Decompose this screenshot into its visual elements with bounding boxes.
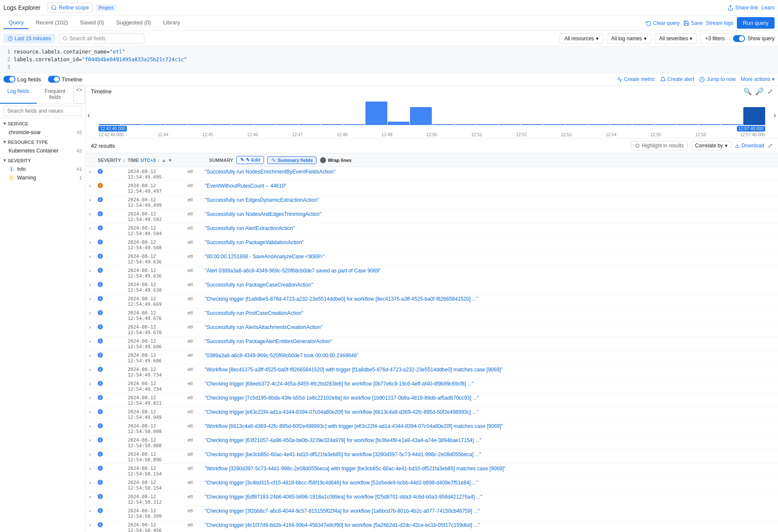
table-row[interactable]: › i 2024-08-12 12:54:49.821 etl "Checkin… [86, 393, 778, 407]
chart-bar[interactable] [699, 124, 721, 125]
table-row[interactable]: › i 2024-08-12 12:54:50.399 etl "Checkin… [86, 506, 778, 520]
row-expand-icon[interactable]: › [89, 380, 98, 387]
zoom-in-icon[interactable]: 🔍 [743, 87, 752, 96]
chart-bar[interactable] [188, 124, 209, 125]
row-expand-icon[interactable]: › [89, 182, 98, 189]
search-input[interactable]: Search all fields [59, 33, 144, 44]
row-expand-icon[interactable]: › [89, 352, 98, 359]
chart-bar[interactable] [210, 124, 232, 125]
row-expand-icon[interactable]: › [89, 479, 98, 486]
table-row[interactable]: › i 2024-08-12 12:54:49.638 etl "Success… [86, 280, 778, 294]
table-row[interactable]: › i 2024-08-12 12:54:49.504 etl "Success… [86, 224, 778, 238]
download-button[interactable]: Download [735, 143, 764, 149]
row-expand-icon[interactable]: › [89, 436, 98, 443]
chart-bar[interactable] [455, 124, 476, 125]
chart-nav-right[interactable]: › [773, 110, 776, 120]
table-row[interactable]: › i 2024-08-12 12:54:49.499 etl "Success… [86, 195, 778, 209]
table-row[interactable]: › i 2024-08-12 12:54:49.502 etl "Success… [86, 209, 778, 224]
chart-bar[interactable] [677, 124, 699, 125]
table-row[interactable]: › i 2024-08-12 12:54:50.008 etl "Checkin… [86, 436, 778, 450]
row-expand-icon[interactable]: › [89, 338, 98, 344]
chart-bar[interactable] [432, 124, 454, 125]
create-alert-button[interactable]: Create alert [660, 76, 694, 82]
show-query-toggle[interactable]: Show query [733, 35, 775, 42]
time-up-icon[interactable]: ▲ [162, 158, 166, 163]
table-row[interactable]: › i 2024-08-12 12:54:49.678 etl "Success… [86, 323, 778, 337]
tab-library[interactable]: Library [158, 17, 186, 29]
expand-timeline-icon[interactable]: ⤢ [767, 87, 773, 96]
row-expand-icon[interactable]: › [89, 196, 98, 203]
query-editor[interactable]: 1 resource.labels.container_name="etl" 2… [0, 46, 778, 73]
severity-sort-icon[interactable]: ↕ [123, 158, 125, 163]
chart-bar[interactable] [343, 124, 365, 125]
log-fields-toggle[interactable]: Log fields [3, 76, 41, 83]
time-sort-icon[interactable]: ↕ [157, 158, 160, 163]
chart-bar[interactable] [655, 124, 676, 125]
chart-bar[interactable] [721, 124, 743, 125]
table-row[interactable]: › i 2024-08-12 12:54:50.008 etl "Workflo… [86, 421, 778, 436]
save-button[interactable]: Save [683, 20, 703, 26]
chart-bar[interactable] [321, 124, 343, 125]
table-row[interactable]: › i 2024-08-12 12:54:49.636 etl "00:00:0… [86, 252, 778, 266]
table-row[interactable]: › i 2024-08-12 12:54:49.734 etl "Workflo… [86, 365, 778, 379]
chart-bar[interactable] [276, 124, 298, 125]
table-row[interactable]: › i 2024-08-12 12:54:49.669 etl "Checkin… [86, 294, 778, 308]
more-actions-button[interactable]: More actions ▾ [741, 76, 775, 82]
code-toggle-button[interactable]: <> [73, 86, 85, 104]
edit-columns-button[interactable]: ✎✎ Edit [236, 156, 264, 164]
chart-bar[interactable] [299, 124, 320, 125]
chart-bar[interactable] [543, 124, 565, 125]
time-range-button[interactable]: Last 15 minutes [3, 34, 55, 43]
chart-bar[interactable] [632, 124, 654, 125]
plus-filters-button[interactable]: +3 filters [700, 33, 730, 44]
row-expand-icon[interactable]: › [89, 323, 98, 330]
table-row[interactable]: › ! 2024-08-12 12:54:49.497 etl "EventWi… [86, 181, 778, 195]
chart-bar[interactable] [610, 124, 632, 125]
chart-bar[interactable] [521, 124, 543, 125]
clear-query-button[interactable]: Clear query [646, 20, 680, 26]
time-down-icon[interactable]: ▼ [168, 158, 173, 163]
share-link-button[interactable]: Share link [727, 5, 758, 11]
resource-type-section-header[interactable]: ▾ RESOURCE TYPE [0, 137, 85, 146]
summary-fields-button[interactable]: Summary fields [267, 156, 317, 164]
table-row[interactable]: › i 2024-08-12 12:54:49.734 etl "Checkin… [86, 379, 778, 393]
left-tab-frequent-fields[interactable]: Frequent fields [37, 86, 74, 104]
row-expand-icon[interactable]: › [89, 521, 98, 528]
row-expand-icon[interactable]: › [89, 224, 98, 231]
severity-section-header[interactable]: ▾ SEVERITY [0, 155, 85, 165]
service-section-header[interactable]: ▾ SERVICE [0, 118, 85, 128]
chart-nav-left[interactable]: ‹ [87, 110, 90, 120]
table-row[interactable]: › i 2024-08-12 12:54:49.636 etl "Alert 0… [86, 266, 778, 280]
tab-saved[interactable]: Saved (0) [75, 17, 109, 29]
all-resources-dropdown[interactable]: All resources ▾ [560, 33, 603, 44]
table-row[interactable]: › i 2024-08-12 12:54:49.676 etl "Success… [86, 308, 778, 323]
table-row[interactable]: › i 2024-08-12 12:54:50.154 etl "Workflo… [86, 464, 778, 478]
timeline-toggle[interactable]: Timeline [48, 76, 83, 83]
row-expand-icon[interactable]: › [89, 408, 98, 415]
table-row[interactable]: › i 2024-08-12 12:54:50.312 etl "Checkin… [86, 492, 778, 506]
table-row[interactable]: › i 2024-08-12 12:54:50.456 etl "Checkin… [86, 520, 778, 532]
row-expand-icon[interactable]: › [89, 239, 98, 245]
chart-bar[interactable] [99, 124, 120, 125]
stream-logs-button[interactable]: Stream logs [706, 20, 733, 26]
create-metric-button[interactable]: Create metric [617, 76, 655, 82]
chart-bar[interactable] [143, 124, 165, 125]
chart-bar[interactable] [165, 124, 187, 125]
chart-bar[interactable] [232, 124, 254, 125]
tab-suggested[interactable]: Suggested (0) [111, 17, 156, 29]
tab-recent[interactable]: Recent (102) [30, 17, 73, 29]
tab-query[interactable]: Query [3, 17, 29, 29]
service-item-chronicle-soar[interactable]: chronicle-soar 42 [0, 128, 85, 137]
learn-button[interactable]: Learn [761, 5, 775, 11]
run-query-button[interactable]: Run query [737, 17, 775, 29]
table-row[interactable]: › i 2024-08-12 12:54:49.686 etl "Success… [86, 337, 778, 351]
highlight-button[interactable]: Highlight in results [631, 141, 688, 150]
all-severities-dropdown[interactable]: All severities ▾ [655, 33, 697, 44]
chart-bar[interactable] [254, 124, 276, 125]
chart-bar[interactable] [476, 124, 498, 125]
row-expand-icon[interactable]: › [89, 309, 98, 316]
chart-bar[interactable] [388, 122, 410, 125]
correlate-button[interactable]: Correlate by ▾ [691, 141, 731, 150]
row-expand-icon[interactable]: › [89, 253, 98, 260]
row-expand-icon[interactable]: › [89, 465, 98, 472]
